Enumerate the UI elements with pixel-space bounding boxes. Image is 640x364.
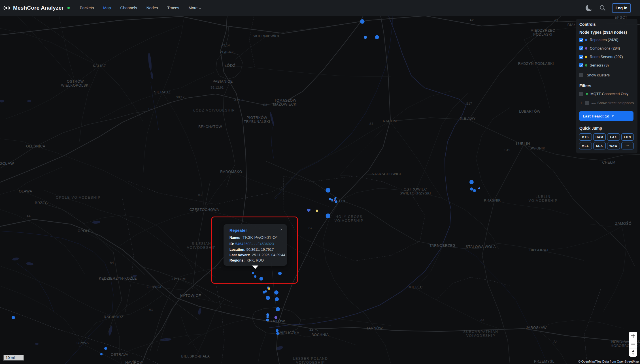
svg-text:S8;12: S8;12 <box>176 95 185 99</box>
svg-text:MAZOWIECKI: MAZOWIECKI <box>273 102 298 106</box>
svg-text:TARNÓW: TARNÓW <box>366 326 383 330</box>
svg-text:SUBCARPATHIAN: SUBCARPATHIAN <box>463 330 498 334</box>
svg-text:VOIVODESHIP: VOIVODESHIP <box>466 334 496 338</box>
svg-text:TRYBUNALSKI: TRYBUNALSKI <box>244 120 270 124</box>
svg-text:JAROSŁAW: JAROSŁAW <box>526 326 547 330</box>
svg-text:KRAKÓW: KRAKÓW <box>267 319 285 323</box>
svg-text:OLEŚNICA: OLEŚNICA <box>26 144 45 148</box>
svg-text:S7: S7 <box>309 226 312 230</box>
svg-text:TOMASZÓW: TOMASZÓW <box>274 98 296 102</box>
svg-text:PRZEMYŚL: PRZEMYŚL <box>534 359 554 363</box>
svg-text:LUBLIN: LUBLIN <box>516 142 530 146</box>
svg-text:OPOLE VOIVODESHIP: OPOLE VOIVODESHIP <box>56 196 101 200</box>
svg-text:MIĘDZYRZEC: MIĘDZYRZEC <box>530 29 555 33</box>
svg-text:STALOWA WOLA: STALOWA WOLA <box>466 245 496 249</box>
svg-text:OSTRÓW: OSTRÓW <box>67 79 84 83</box>
svg-text:A1: A1 <box>149 308 153 311</box>
svg-text:OPOLE: OPOLE <box>78 229 91 233</box>
svg-text:KALISZ: KALISZ <box>93 64 106 68</box>
svg-text:RADZYŃ PODLASKI: RADZYŃ PODLASKI <box>518 61 554 66</box>
svg-text:A4;75: A4;75 <box>309 328 318 332</box>
svg-text:A2: A2 <box>470 18 474 22</box>
svg-text:VOIVODESHIP: VOIVODESHIP <box>529 199 558 203</box>
svg-text:S7: S7 <box>369 122 373 125</box>
svg-text:PUŁAWY: PUŁAWY <box>460 117 476 121</box>
svg-text:STARACHOWICE: STARACHOWICE <box>372 172 402 176</box>
svg-text:PABIANICE: PABIANICE <box>212 80 233 83</box>
svg-text:HAVÍŘOV: HAVÍŘOV <box>125 360 142 364</box>
svg-text:KRAŚNIK: KRAŚNIK <box>484 198 501 202</box>
svg-text:OSTRAVA: OSTRAVA <box>111 353 128 357</box>
svg-text:PODLASKI: PODLASKI <box>533 33 552 37</box>
svg-text:A1;S8: A1;S8 <box>234 98 243 102</box>
svg-text:A2: A2 <box>554 19 558 22</box>
svg-text:A1: A1 <box>198 193 202 196</box>
svg-text:BOCHNIA: BOCHNIA <box>311 333 329 337</box>
svg-text:SIERADZ: SIERADZ <box>154 90 171 94</box>
svg-text:ROCŁAW: ROCŁAW <box>0 161 14 166</box>
svg-text:S17: S17 <box>466 102 472 105</box>
svg-text:CHEŁM: CHEŁM <box>602 160 616 164</box>
svg-text:S8: S8 <box>263 103 267 106</box>
svg-text:ŚWIĘTOKRZYSKI: ŚWIĘTOKRZYSKI <box>400 191 431 195</box>
svg-text:PIOTRKÓW: PIOTRKÓW <box>247 115 267 120</box>
svg-text:BIELSKO-BIAŁA: BIELSKO-BIAŁA <box>181 354 210 358</box>
svg-text:BRZEG: BRZEG <box>35 201 48 205</box>
svg-text:GLIWICE: GLIWICE <box>147 285 163 289</box>
svg-text:A4: A4 <box>27 214 31 218</box>
svg-text:S19: S19 <box>505 148 511 152</box>
svg-text:A2;14: A2;14 <box>221 44 230 47</box>
svg-text:HOLY CROSS: HOLY CROSS <box>335 215 363 219</box>
svg-text:BIŁGORAJ: BIŁGORAJ <box>530 248 548 252</box>
svg-text:RADOMSKO: RADOMSKO <box>220 170 242 174</box>
svg-text:LUBARTÓW: LUBARTÓW <box>519 109 540 114</box>
svg-text:S8: S8 <box>148 107 152 111</box>
svg-text:S8;12;91: S8;12;91 <box>210 86 224 89</box>
svg-text:A4: A4 <box>480 318 484 322</box>
svg-text:WIELICZKA: WIELICZKA <box>279 331 299 335</box>
svg-text:WIELKOPOLSKI: WIELKOPOLSKI <box>61 83 90 87</box>
svg-text:A4: A4 <box>110 261 114 264</box>
svg-text:CZĘSTOCHOWA: CZĘSTOCHOWA <box>190 208 219 212</box>
svg-text:MIELEC: MIELEC <box>409 285 423 289</box>
svg-text:OPAVA: OPAVA <box>76 341 89 345</box>
svg-text:TARNOBRZEG: TARNOBRZEG <box>429 244 456 248</box>
svg-text:BYTOM: BYTOM <box>172 277 186 281</box>
svg-text:SILESIAN: SILESIAN <box>192 242 211 246</box>
svg-text:VOIVODESHIP: VOIVODESHIP <box>335 219 364 223</box>
svg-text:ZGIERZ: ZGIERZ <box>220 50 234 54</box>
svg-text:KATOWICE: KATOWICE <box>180 294 201 298</box>
svg-text:KĘDZIERZYN-KOŹLE: KĘDZIERZYN-KOŹLE <box>99 276 137 281</box>
svg-text:RACIBÓRZ: RACIBÓRZ <box>104 315 123 319</box>
svg-text:A4: A4 <box>554 340 558 343</box>
svg-text:RADOM: RADOM <box>383 119 397 123</box>
svg-text:OSTROWIEC: OSTROWIEC <box>404 187 427 191</box>
svg-text:ŁÓDŹ: ŁÓDŹ <box>224 63 235 68</box>
svg-text:VOIVODESHIP: VOIVODESHIP <box>296 361 325 364</box>
svg-text:ZAMOŚĆ: ZAMOŚĆ <box>615 221 631 226</box>
svg-text:OŁAWA: OŁAWA <box>19 189 32 193</box>
svg-text:ŚWIDNIK: ŚWIDNIK <box>530 146 545 150</box>
svg-text:BEŁCHATÓW: BEŁCHATÓW <box>198 125 222 129</box>
svg-text:ŁÓDŹ VOIVODESHIP: ŁÓDŹ VOIVODESHIP <box>194 108 235 112</box>
svg-text:LUBLIN: LUBLIN <box>536 195 551 199</box>
svg-text:SKIERNIEWICE: SKIERNIEWICE <box>253 34 280 38</box>
svg-text:LESSER POLAND: LESSER POLAND <box>293 357 328 361</box>
